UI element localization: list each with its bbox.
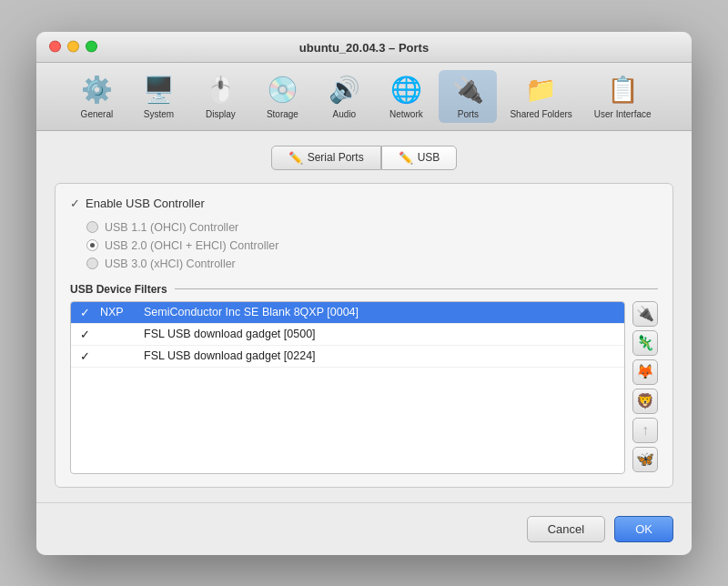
window-title: ubuntu_20.04.3 – Ports [299, 41, 429, 55]
filter-desc-2: FSL USB download gadget [0500] [144, 328, 615, 340]
tab-usb[interactable]: ✏️ USB [381, 146, 458, 170]
filters-section-title: USB Device Filters [70, 283, 167, 296]
move-up-button[interactable]: ↑ [632, 418, 658, 443]
enable-usb-row: ✓ Enable USB Controller [70, 197, 658, 210]
filter-row-3[interactable]: ✓ FSL USB download gadget [0224] [71, 346, 624, 368]
filter-name-1: NXP [100, 306, 136, 318]
tab-bar: ✏️ Serial Ports ✏️ USB [55, 146, 673, 170]
usb2-row[interactable]: USB 2.0 (OHCI + EHCI) Controller [86, 239, 658, 252]
tab-serial-ports[interactable]: ✏️ Serial Ports [271, 146, 381, 170]
toolbar-item-storage[interactable]: 💿 Storage [253, 70, 311, 123]
toolbar-label-audio: Audio [333, 109, 357, 119]
enable-checkmark: ✓ [70, 197, 80, 210]
storage-icon: 💿 [266, 74, 298, 106]
system-icon: 🖥️ [142, 74, 175, 106]
toolbar-item-general[interactable]: ⚙️ General [67, 70, 126, 123]
toolbar-item-display[interactable]: 🖱️ Display [191, 70, 249, 123]
side-buttons: 🔌 🦎 🦊 🦁 ↑ 🦋 [632, 301, 658, 474]
display-icon: 🖱️ [204, 74, 237, 106]
toolbar-label-system: System [144, 109, 174, 119]
filter-row-2[interactable]: ✓ FSL USB download gadget [0500] [71, 324, 624, 346]
toolbar-item-user-interface[interactable]: 📋 User Interface [585, 70, 661, 123]
toolbar-item-system[interactable]: 🖥️ System [129, 70, 187, 123]
toolbar-item-audio[interactable]: 🔊 Audio [315, 70, 373, 123]
toolbar-label-network: Network [389, 109, 423, 119]
filters-section-header: USB Device Filters [70, 283, 658, 296]
toolbar-label-general: General [81, 109, 114, 119]
enable-usb-label: Enable USB Controller [86, 197, 205, 210]
filter-list-container: ✓ NXP SemiConductor Inc SE Blank 8QXP [0… [70, 301, 658, 474]
usb3-radio[interactable] [86, 258, 98, 269]
filter-check-3: ✓ [80, 349, 93, 363]
usb-version-options: USB 1.1 (OHCI) Controller USB 2.0 (OHCI … [86, 221, 658, 270]
toolbar-item-shared-folders[interactable]: 📁 Shared Folders [500, 70, 581, 123]
general-icon: ⚙️ [80, 74, 113, 106]
window-controls [49, 41, 97, 53]
usb2-radio[interactable] [86, 239, 98, 251]
usb1-row[interactable]: USB 1.1 (OHCI) Controller [86, 221, 658, 234]
serial-ports-tab-icon: ✏️ [288, 151, 303, 165]
toolbar-label-shared-folders: Shared Folders [510, 109, 571, 119]
usb3-label: USB 3.0 (xHCI) Controller [105, 258, 236, 270]
shared-folders-icon: 📁 [525, 74, 558, 106]
remove-filter-button[interactable]: 🦁 [632, 389, 658, 414]
usb-panel: ✓ Enable USB Controller USB 1.1 (OHCI) C… [55, 183, 673, 488]
toolbar-label-storage: Storage [267, 109, 298, 119]
usb1-label: USB 1.1 (OHCI) Controller [105, 221, 238, 234]
titlebar: ubuntu_20.04.3 – Ports [36, 32, 692, 63]
user-interface-icon: 📋 [606, 74, 639, 106]
ok-button[interactable]: OK [614, 516, 673, 542]
toolbar-label-ports: Ports [458, 109, 479, 119]
ports-icon: 🔌 [451, 74, 484, 106]
footer: Cancel OK [36, 502, 692, 555]
move-down-button[interactable]: 🦋 [632, 447, 658, 472]
maximize-button[interactable] [86, 41, 97, 53]
toolbar-item-ports[interactable]: 🔌 Ports [439, 70, 497, 123]
filter-desc-3: FSL USB download gadget [0224] [144, 349, 615, 362]
add-filter-button[interactable]: 🔌 [632, 301, 658, 327]
toolbar-label-display: Display [206, 109, 236, 119]
filter-desc-1: SemiConductor Inc SE Blank 8QXP [0004] [144, 306, 615, 318]
network-icon: 🌐 [389, 74, 422, 106]
main-window: ubuntu_20.04.3 – Ports ⚙️ General 🖥️ Sys… [36, 32, 692, 555]
content-area: ✏️ Serial Ports ✏️ USB ✓ Enable USB Cont… [36, 131, 692, 502]
usb1-radio[interactable] [86, 221, 98, 233]
close-button[interactable] [49, 41, 61, 53]
minimize-button[interactable] [67, 41, 79, 53]
edit-filter-button[interactable]: 🦊 [632, 359, 658, 385]
add-from-device-button[interactable]: 🦎 [632, 330, 658, 356]
filter-list[interactable]: ✓ NXP SemiConductor Inc SE Blank 8QXP [0… [70, 301, 625, 474]
audio-icon: 🔊 [328, 74, 360, 106]
toolbar-item-network[interactable]: 🌐 Network [377, 70, 435, 123]
tab-serial-ports-label: Serial Ports [308, 151, 364, 164]
filter-check-2: ✓ [80, 328, 93, 341]
toolbar: ⚙️ General 🖥️ System 🖱️ Display 💿 Storag… [36, 63, 692, 131]
toolbar-label-user-interface: User Interface [594, 109, 652, 119]
filter-check-1: ✓ [80, 306, 93, 319]
usb-tab-icon: ✏️ [399, 151, 413, 165]
cancel-button[interactable]: Cancel [527, 516, 605, 542]
usb3-row[interactable]: USB 3.0 (xHCI) Controller [86, 258, 658, 270]
usb2-label: USB 2.0 (OHCI + EHCI) Controller [105, 239, 278, 252]
filter-row-1[interactable]: ✓ NXP SemiConductor Inc SE Blank 8QXP [0… [71, 302, 624, 324]
tab-usb-label: USB [418, 151, 440, 164]
